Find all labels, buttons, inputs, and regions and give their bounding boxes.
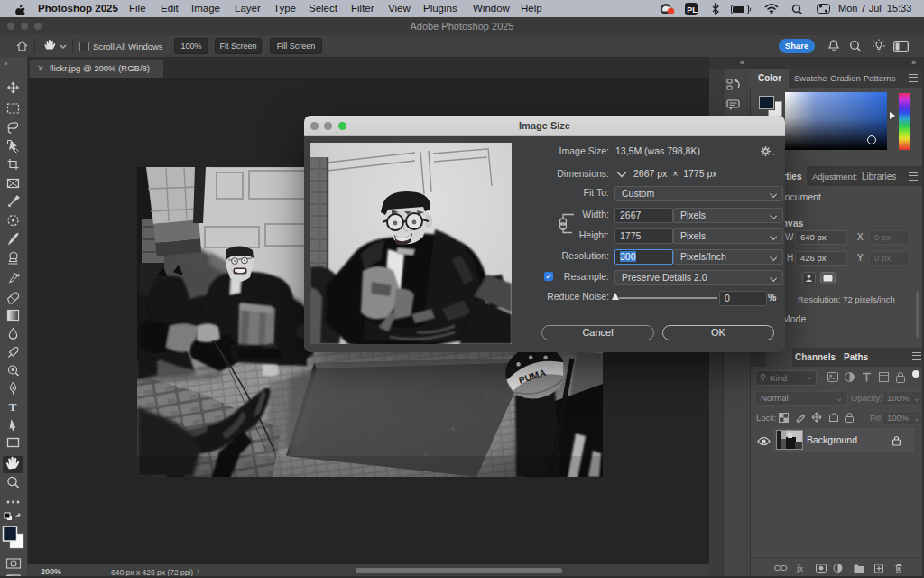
svg-text:»: » — [4, 60, 8, 68]
svg-text:fx: fx — [797, 564, 804, 573]
svg-text:PL: PL — [687, 5, 698, 14]
svg-text:T: T — [9, 400, 17, 414]
